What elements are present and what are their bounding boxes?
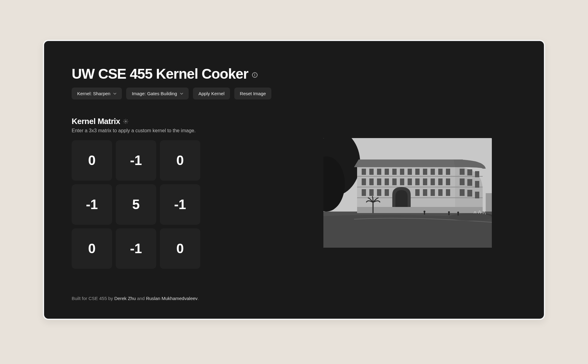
svg-rect-46 [475,171,479,177]
footer-prefix: Built for CSE 455 by [72,296,114,301]
svg-rect-45 [467,169,472,175]
svg-rect-49 [475,181,479,188]
svg-rect-50 [460,189,465,196]
svg-rect-13 [377,169,381,175]
toolbar: Kernel: Sharpen Image: Gates Building Ap… [72,88,516,99]
section-description: Enter a 3x3 matrix to apply a custom ker… [72,128,200,133]
matrix-cell-2-0[interactable]: 0 [72,228,112,269]
svg-point-56 [449,213,492,221]
content: Kernel Matrix Enter a 3x3 matrix to appl… [72,117,516,269]
svg-rect-32 [431,178,435,185]
kernel-select[interactable]: Kernel: Sharpen [72,88,122,99]
svg-rect-19 [423,169,427,175]
svg-rect-20 [431,169,435,175]
svg-rect-25 [377,178,381,185]
chevron-down-icon [180,93,183,95]
svg-marker-7 [354,159,467,167]
matrix-cell-0-0[interactable]: 0 [72,140,112,181]
svg-rect-26 [385,178,389,185]
svg-rect-57 [486,193,492,212]
svg-rect-29 [408,178,412,185]
svg-rect-14 [385,169,389,175]
svg-rect-36 [369,189,374,196]
svg-rect-27 [392,178,397,185]
matrix-cell-1-1[interactable]: 5 [116,184,156,225]
svg-rect-39 [415,189,420,196]
svg-rect-24 [369,178,374,185]
svg-rect-48 [467,179,472,186]
header: UW CSE 455 Kernel Cooker i [72,66,516,82]
matrix-cell-2-1[interactable]: -1 [116,228,156,269]
image-select-label: Image: Gates Building [132,91,177,96]
matrix-cell-0-2[interactable]: 0 [160,140,200,181]
svg-rect-30 [415,178,420,185]
svg-rect-42 [438,189,443,196]
svg-rect-15 [392,169,397,175]
svg-rect-54 [372,202,374,213]
svg-rect-41 [431,189,435,196]
svg-rect-12 [369,169,374,175]
svg-rect-31 [423,178,427,185]
svg-rect-21 [438,169,443,175]
svg-rect-53 [357,207,483,213]
app-window: UW CSE 455 Kernel Cooker i Kernel: Sharp… [43,40,545,320]
svg-rect-63 [458,213,459,216]
kernel-select-label: Kernel: Sharpen [77,91,110,96]
svg-rect-38 [385,189,389,196]
footer-middle: and [136,296,146,301]
svg-rect-40 [423,189,427,196]
svg-rect-16 [400,169,404,175]
footer-suffix: . [198,296,199,301]
svg-rect-43 [446,189,450,196]
svg-rect-52 [475,192,479,198]
svg-rect-17 [408,169,412,175]
svg-rect-33 [438,178,443,185]
svg-rect-35 [362,189,366,196]
page-title: UW CSE 455 Kernel Cooker [72,66,248,82]
matrix-cell-2-2[interactable]: 0 [160,228,200,269]
kernel-matrix: 0 -1 0 -1 5 -1 0 -1 0 [72,140,200,269]
svg-rect-22 [446,169,450,175]
gear-icon[interactable] [123,119,128,124]
reset-image-button[interactable]: Reset Image [234,88,271,99]
footer: Built for CSE 455 by Derek Zhu and Rusla… [72,296,516,301]
svg-rect-61 [448,213,450,215]
author-link-1[interactable]: Derek Zhu [114,296,136,301]
info-icon[interactable]: i [252,72,258,78]
section-header: Kernel Matrix [72,117,200,126]
image-preview [323,138,492,248]
svg-rect-59 [424,212,425,215]
svg-rect-44 [460,169,465,175]
svg-rect-51 [467,190,472,197]
svg-rect-28 [400,178,404,185]
chevron-down-icon [113,93,116,95]
svg-rect-47 [460,178,465,185]
matrix-cell-1-2[interactable]: -1 [160,184,200,225]
matrix-cell-1-0[interactable]: -1 [72,184,112,225]
svg-rect-37 [377,189,381,196]
image-select[interactable]: Image: Gates Building [126,88,189,99]
svg-rect-11 [362,169,366,175]
left-panel: Kernel Matrix Enter a 3x3 matrix to appl… [72,117,200,269]
section-title: Kernel Matrix [72,117,120,126]
svg-rect-34 [446,178,450,185]
right-panel [219,117,516,269]
author-link-2[interactable]: Ruslan Mukhamedvaleev [146,296,198,301]
apply-kernel-button[interactable]: Apply Kernel [193,88,230,99]
svg-rect-23 [362,178,366,185]
svg-point-0 [125,121,126,122]
matrix-cell-0-1[interactable]: -1 [116,140,156,181]
svg-rect-18 [415,169,420,175]
